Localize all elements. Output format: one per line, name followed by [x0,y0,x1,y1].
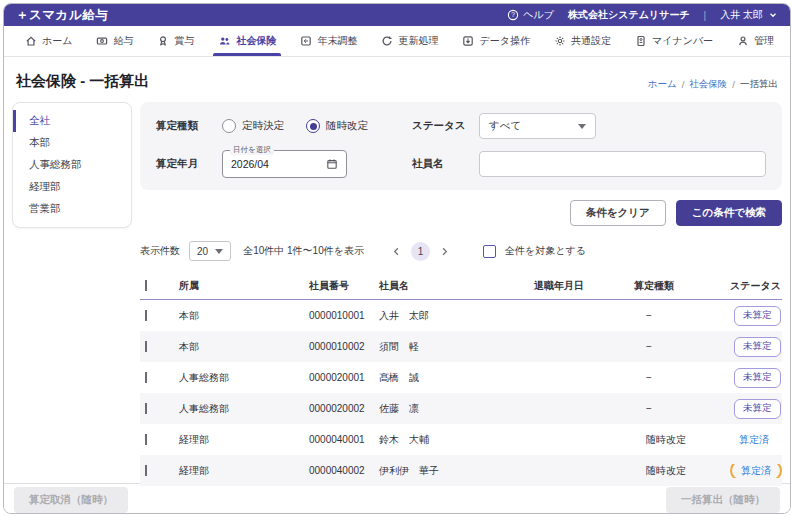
nav-item-label: 給与 [113,34,133,48]
column-header-ステータス: ステータス [725,279,782,293]
top-bar: ＋スマカル給与 ? ヘルプ 株式会社システムリサーチ | 入井 太郎 [4,4,790,26]
column-header-所属: 所属 [174,279,304,293]
next-page-button[interactable] [439,246,450,257]
nav-item-home[interactable]: ホーム [14,26,83,56]
sidebar-item-本部[interactable]: 本部 [13,132,131,154]
cell-status: 未算定 [725,399,782,419]
year-end-icon [300,35,312,47]
nav-item-mynumber[interactable]: マイナンバー [624,26,724,56]
employee-name-label: 社員名 [412,157,479,171]
nav-item-bonus[interactable]: 賞与 [146,26,205,56]
column-header-社員名: 社員名 [374,279,529,293]
select-all-control: 全件を対象とする [483,244,586,258]
calc-type-label: 算定種類 [156,119,222,133]
sidebar-item-人事総務部[interactable]: 人事総務部 [13,154,131,176]
row-checkbox[interactable] [145,434,147,445]
status-select[interactable]: すべて [479,113,596,139]
table-row: 人事総務部0000020001髙橋 誠−未算定 [140,362,782,393]
cell-employee-name: 伊利伊 華子 [374,464,529,478]
breadcrumb-separator: / [732,79,735,90]
cell-department: 経理部 [174,433,304,447]
table-row: 本部0000010002須間 軽−未算定 [140,331,782,362]
column-header-算定種類: 算定種類 [629,279,725,293]
select-arrow-icon [215,249,223,254]
status-badge[interactable]: 未算定 [734,368,781,388]
header-checkbox[interactable] [145,280,147,291]
user-name: 入井 太郎 [720,8,763,22]
status-label: ステータス [412,119,479,133]
cell-department: 経理部 [174,464,304,478]
search-button[interactable]: この条件で検索 [676,200,782,226]
nav-item-settings[interactable]: 共通設定 [543,26,622,56]
footer-action-bar: 算定取消（随時） 一括算出（随時） [4,483,790,514]
help-button[interactable]: ? ヘルプ [507,8,554,22]
row-checkbox[interactable] [145,372,147,383]
status-badge[interactable]: 未算定 [734,337,781,357]
cell-calc-type: 随時改定 [629,464,725,478]
department-sidebar: 全社本部人事総務部経理部営業部 [12,102,132,228]
table-header-row: 所属社員番号社員名退職年月日算定種類ステータス [140,272,782,300]
app-window: ＋スマカル給与 ? ヘルプ 株式会社システムリサーチ | 入井 太郎 ホーム給与… [3,3,791,514]
radio-定時決定[interactable]: 定時決定 [222,119,284,133]
row-checkbox[interactable] [145,465,147,476]
page-number[interactable]: 1 [411,242,430,261]
help-label: ヘルプ [523,8,554,22]
refresh-icon [381,35,393,47]
radio-随時改定[interactable]: 随時改定 [306,119,368,133]
prev-page-button[interactable] [391,246,402,257]
per-page-value: 20 [197,246,208,257]
clear-conditions-button[interactable]: 条件をクリア [570,200,666,226]
employee-name-input[interactable] [479,151,766,177]
nav-item-salary[interactable]: 給与 [85,26,144,56]
cell-employee-name: 鈴木 大輔 [374,433,529,447]
row-checkbox[interactable] [145,310,147,321]
main-nav: ホーム給与賞与社会保険年末調整更新処理データ操作共通設定マイナンバー管理 [4,26,790,57]
calc-type-radio-group: 定時決定随時改定 [222,119,412,133]
nav-item-label: 管理 [754,34,774,48]
row-checkbox[interactable] [145,403,147,414]
person-icon [737,35,749,47]
status-link[interactable]: 算定済 [730,464,782,478]
row-checkbox[interactable] [145,341,147,352]
select-arrow-icon [578,124,586,129]
pagination: 1 [391,242,450,261]
sidebar-item-営業部[interactable]: 営業部 [13,198,131,220]
breadcrumb-item[interactable]: 社会保険 [689,78,727,91]
breadcrumb-item: 一括算出 [740,78,778,91]
select-all-checkbox[interactable] [483,245,496,258]
status-badge[interactable]: 未算定 [734,306,781,326]
nav-item-update[interactable]: 更新処理 [370,26,449,56]
app-logo: ＋スマカル給与 [16,7,108,24]
cell-calc-type: − [629,403,725,414]
nav-item-label: ホーム [42,34,72,48]
sidebar-item-全社[interactable]: 全社 [13,110,131,132]
user-menu[interactable]: 入井 太郎 [720,8,778,22]
cell-calc-type: − [629,372,725,383]
sidebar-item-経理部[interactable]: 経理部 [13,176,131,198]
calendar-icon[interactable] [326,158,338,170]
status-link[interactable]: 算定済 [739,434,769,445]
cell-employee-number: 0000020001 [304,372,374,383]
calc-month-field-label: 日付を選択 [230,145,274,155]
cell-calc-type: − [629,310,725,321]
status-select-value: すべて [489,119,521,133]
nav-item-year-end[interactable]: 年末調整 [289,26,368,56]
nav-item-label: 賞与 [174,34,194,48]
svg-text:?: ? [511,11,515,18]
cell-employee-number: 0000040002 [304,465,374,476]
batch-calculate-button[interactable]: 一括算出（随時） [666,487,780,513]
calc-month-input[interactable]: 日付を選択 2026/04 [222,150,347,178]
cancel-calculation-button[interactable]: 算定取消（随時） [14,487,128,513]
cell-employee-number: 0000010002 [304,341,374,352]
nav-item-admin[interactable]: 管理 [726,26,785,56]
nav-item-label: 年末調整 [317,34,357,48]
social-insurance-icon [218,35,231,47]
nav-item-data[interactable]: データ操作 [451,26,540,56]
status-badge[interactable]: 未算定 [734,399,781,419]
nav-item-label: 更新処理 [398,34,438,48]
breadcrumb-item[interactable]: ホーム [648,78,677,91]
nav-item-social-insurance[interactable]: 社会保険 [207,26,287,56]
per-page-select[interactable]: 20 [189,241,231,261]
table-row: 経理部0000040001鈴木 大輔随時改定算定済 [140,424,782,455]
breadcrumb: ホーム/社会保険/一括算出 [648,78,778,91]
